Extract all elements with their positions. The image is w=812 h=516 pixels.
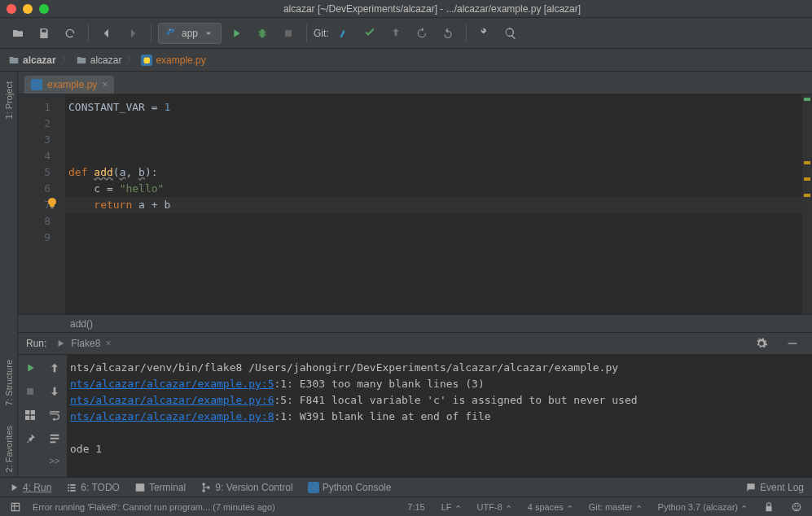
run-settings-icon[interactable]: [750, 332, 773, 355]
minimize-window-button[interactable]: [23, 4, 33, 14]
run-tool-header: Run: Flake8 ×: [18, 332, 812, 355]
project-tool-button[interactable]: 1: Project: [4, 77, 14, 124]
down-icon[interactable]: [48, 385, 61, 400]
rerun-icon[interactable]: [24, 361, 37, 377]
run-label: Run:: [26, 338, 46, 349]
stop-button[interactable]: [277, 22, 300, 45]
forward-icon[interactable]: [121, 22, 144, 45]
indent[interactable]: 4 spaces⌃: [523, 502, 577, 512]
lock-icon[interactable]: [758, 501, 779, 513]
svg-rect-2: [144, 57, 151, 63]
console-link[interactable]: nts/alcazar/alcazar/example.py:8: [70, 410, 274, 422]
more-actions[interactable]: >>: [50, 456, 60, 466]
breadcrumb-file[interactable]: example.py: [141, 55, 205, 66]
editor-tabs: example.py ×: [18, 72, 812, 94]
structure-tool-button[interactable]: 7: Structure: [4, 355, 14, 411]
titlebar: alcazar [~/DevExperiments/alcazar] - ...…: [0, 0, 812, 18]
rollback-icon[interactable]: [437, 22, 459, 45]
run-config-label: app: [182, 28, 198, 39]
run-side-actions-2: >>: [42, 355, 67, 477]
console-output[interactable]: nts/alcazar/venv/bin/flake8 /Users/jahon…: [67, 355, 812, 477]
python-console-tool-button[interactable]: Python Console: [308, 482, 392, 493]
terminal-tool-button[interactable]: Terminal: [134, 482, 186, 493]
svg-rect-3: [31, 79, 42, 90]
history-icon[interactable]: [410, 22, 433, 45]
sync-icon[interactable]: [59, 22, 81, 45]
tool-windows-icon[interactable]: [5, 501, 26, 513]
svg-rect-4: [50, 208, 54, 208]
gutter: 123456789: [18, 94, 65, 314]
build-icon[interactable]: [473, 22, 496, 45]
back-icon[interactable]: [95, 22, 118, 45]
intention-bulb-icon[interactable]: [46, 197, 59, 210]
python-interpreter[interactable]: Python 3.7 (alcazar)⌃: [653, 502, 752, 512]
zoom-window-button[interactable]: [39, 4, 49, 14]
chevron-down-icon: [203, 28, 214, 39]
main-toolbar: app Git:: [0, 18, 812, 49]
inspector-icon[interactable]: [786, 501, 807, 513]
layout-icon[interactable]: [24, 409, 37, 424]
bottom-tool-strip: 4: Run 6: TODO Terminal 9: Version Contr…: [0, 477, 812, 496]
status-bar: Error running 'Flake8': Cannot run progr…: [0, 496, 812, 516]
svg-point-6: [792, 503, 800, 510]
breadcrumb-root[interactable]: alcazar〉: [8, 53, 72, 67]
line-separator[interactable]: LF⌃: [437, 502, 466, 512]
play-icon: [55, 338, 66, 349]
breadcrumb-context: add(): [18, 314, 812, 332]
wrap-icon[interactable]: [48, 409, 61, 424]
breadcrumbs: alcazar〉 alcazar〉 example.py: [0, 49, 812, 72]
favorites-tool-button[interactable]: 2: Favorites: [4, 421, 14, 477]
run-body: >> nts/alcazar/venv/bin/flake8 /Users/ja…: [18, 355, 812, 477]
stop-run-icon[interactable]: [24, 385, 37, 400]
window-title: alcazar [~/DevExperiments/alcazar] - ...…: [59, 3, 805, 15]
save-icon[interactable]: [33, 22, 55, 45]
hide-run-icon[interactable]: [781, 332, 804, 355]
code-editor[interactable]: 123456789 CONSTANT_VAR = 1 def add(a, b)…: [18, 94, 812, 314]
close-run-tab-icon[interactable]: ×: [105, 338, 111, 349]
search-icon[interactable]: [499, 22, 522, 45]
close-tab-icon[interactable]: ×: [102, 79, 108, 90]
run-tool-button[interactable]: 4: Run: [8, 482, 51, 493]
run-config-selector[interactable]: app: [158, 23, 222, 44]
git-branch[interactable]: Git: master⌃: [584, 502, 647, 512]
run-tab[interactable]: Flake8 ×: [55, 338, 111, 349]
update-project-icon[interactable]: [332, 22, 355, 45]
run-button[interactable]: [225, 22, 248, 45]
left-tool-strip: 1: Project 7: Structure 2: Favorites: [0, 72, 18, 477]
console-link[interactable]: nts/alcazar/alcazar/example.py:5: [70, 378, 274, 390]
svg-point-8: [797, 505, 799, 506]
todo-tool-button[interactable]: 6: TODO: [66, 482, 120, 493]
commit-icon[interactable]: [358, 22, 381, 45]
run-side-actions: [18, 355, 42, 477]
tab-label: example.py: [47, 79, 97, 90]
pin-icon[interactable]: [24, 432, 37, 448]
console-link[interactable]: nts/alcazar/alcazar/example.py:6: [70, 394, 274, 406]
breadcrumb-folder[interactable]: alcazar〉: [76, 53, 138, 67]
event-log-button[interactable]: Event Log: [745, 482, 804, 493]
scroll-icon[interactable]: [48, 432, 61, 448]
caret-position[interactable]: 7:15: [402, 502, 429, 512]
open-icon[interactable]: [7, 22, 29, 45]
svg-rect-5: [308, 482, 319, 493]
window-controls: [7, 4, 49, 14]
close-window-button[interactable]: [7, 4, 16, 14]
editor-area: example.py × 123456789 CONSTANT_VAR = 1 …: [18, 72, 812, 477]
git-label: Git:: [314, 28, 329, 39]
vcs-tool-button[interactable]: 9: Version Control: [200, 482, 292, 493]
error-stripe[interactable]: [802, 94, 812, 314]
encoding[interactable]: UTF-8⌃: [472, 502, 516, 512]
svg-point-0: [169, 29, 170, 30]
push-icon[interactable]: [384, 22, 407, 45]
python-file-icon: [31, 79, 42, 90]
up-icon[interactable]: [48, 361, 61, 377]
svg-point-7: [794, 505, 796, 506]
debug-button[interactable]: [251, 22, 274, 45]
status-message[interactable]: Error running 'Flake8': Cannot run progr…: [33, 502, 275, 512]
editor-tab[interactable]: example.py ×: [24, 76, 114, 94]
main-area: 1: Project 7: Structure 2: Favorites exa…: [0, 72, 812, 477]
run-tool-window: Run: Flake8 ×: [18, 332, 812, 477]
code-content[interactable]: CONSTANT_VAR = 1 def add(a, b): c = "hel…: [65, 94, 812, 314]
